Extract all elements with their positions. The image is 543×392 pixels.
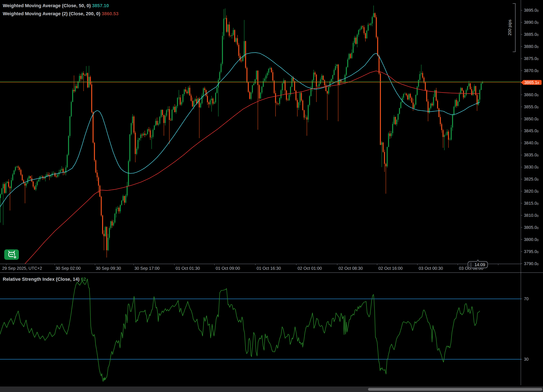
svg-text:02 Oct 08:30: 02 Oct 08:30 bbox=[339, 266, 363, 271]
svg-text:3795.00: 3795.00 bbox=[524, 249, 538, 254]
svg-text:01 Oct 16:30: 01 Oct 16:30 bbox=[257, 266, 281, 271]
svg-text:Weighted Moving Average (Close: Weighted Moving Average (Close, 50, 0) 3… bbox=[3, 3, 109, 8]
svg-text:02 Oct 16:00: 02 Oct 16:00 bbox=[379, 266, 403, 271]
svg-text:3820.00: 3820.00 bbox=[524, 189, 538, 193]
svg-text:3825.00: 3825.00 bbox=[524, 177, 538, 181]
svg-text:29 Sep 2025, UTC+2: 29 Sep 2025, UTC+2 bbox=[2, 266, 42, 271]
svg-text:02 Oct 01:00: 02 Oct 01:00 bbox=[298, 266, 322, 271]
svg-text:3870.00: 3870.00 bbox=[524, 68, 538, 73]
svg-text:3835.00: 3835.00 bbox=[524, 153, 538, 157]
svg-text:3845.00: 3845.00 bbox=[524, 128, 538, 133]
svg-text:3790.00: 3790.00 bbox=[524, 261, 538, 266]
svg-text:14:09: 14:09 bbox=[475, 262, 485, 267]
svg-text:3895.00: 3895.00 bbox=[524, 8, 538, 12]
svg-text:01 Oct 09:00: 01 Oct 09:00 bbox=[216, 266, 240, 271]
svg-text:Weighted Moving Average (2) (C: Weighted Moving Average (2) (Close, 200,… bbox=[3, 11, 119, 16]
svg-text:3810.00: 3810.00 bbox=[524, 213, 538, 218]
svg-text:3860.00: 3860.00 bbox=[524, 92, 538, 97]
svg-text:3880.00: 3880.00 bbox=[524, 44, 538, 49]
svg-text:3875.00: 3875.00 bbox=[524, 56, 538, 61]
svg-text:30 Sep 17:00: 30 Sep 17:00 bbox=[135, 266, 160, 271]
svg-text:30 Sep 02:00: 30 Sep 02:00 bbox=[56, 266, 81, 271]
svg-text:3815.00: 3815.00 bbox=[524, 201, 538, 205]
svg-text:30 Sep 09:30: 30 Sep 09:30 bbox=[96, 266, 121, 271]
svg-text:3800.00: 3800.00 bbox=[524, 237, 538, 242]
svg-text:3830.00: 3830.00 bbox=[524, 165, 538, 169]
svg-text:70: 70 bbox=[524, 296, 529, 301]
svg-text:01 Oct 01:30: 01 Oct 01:30 bbox=[176, 266, 200, 271]
svg-text:03 Oct 00:30: 03 Oct 00:30 bbox=[419, 266, 443, 271]
svg-text:200 pips: 200 pips bbox=[507, 20, 512, 36]
svg-text:3865.18: 3865.18 bbox=[524, 80, 539, 85]
svg-text:3855.00: 3855.00 bbox=[524, 105, 538, 109]
svg-text:Relative Strength Index (Close: Relative Strength Index (Close, 14) 62 bbox=[3, 276, 86, 282]
svg-text:3850.00: 3850.00 bbox=[524, 116, 538, 121]
svg-text:3890.00: 3890.00 bbox=[524, 20, 538, 25]
svg-text:3840.00: 3840.00 bbox=[524, 140, 538, 145]
svg-text:30: 30 bbox=[524, 357, 529, 361]
svg-text:3805.00: 3805.00 bbox=[524, 225, 538, 230]
svg-text:3885.00: 3885.00 bbox=[524, 32, 538, 37]
